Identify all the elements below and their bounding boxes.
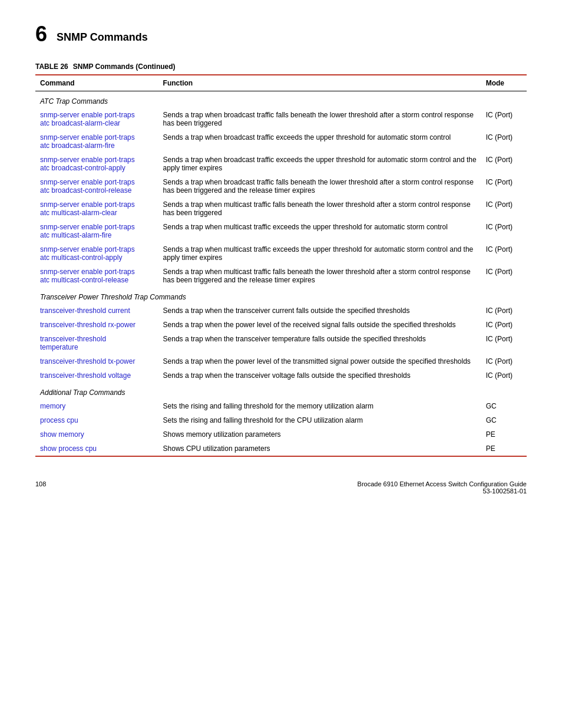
command-cell[interactable]: transceiver-threshold current — [35, 304, 158, 318]
table-row: transceiver-thresholdtemperatureSends a … — [35, 332, 527, 354]
col-header-command: Command — [35, 75, 158, 91]
function-cell: Sends a trap when broadcast traffic fall… — [158, 108, 481, 130]
mode-cell: IC (Port) — [481, 332, 527, 354]
table-title-row: TABLE 26 SNMP Commands (Continued) — [35, 62, 527, 71]
command-cell[interactable]: transceiver-thresholdtemperature — [35, 332, 158, 354]
table-row: transceiver-threshold tx-powerSends a tr… — [35, 354, 527, 368]
command-cell[interactable]: snmp-server enable port-trapsatc multica… — [35, 265, 158, 287]
col-header-function: Function — [158, 75, 481, 91]
command-cell[interactable]: show memory — [35, 427, 158, 442]
function-cell: Sets the rising and falling threshold fo… — [158, 399, 481, 413]
table-row: transceiver-threshold rx-powerSends a tr… — [35, 318, 527, 332]
doc-info: Brocade 6910 Ethernet Access Switch Conf… — [358, 480, 527, 495]
function-cell: Sends a trap when multicast traffic exce… — [158, 220, 481, 242]
command-cell[interactable]: snmp-server enable port-trapsatc broadca… — [35, 153, 158, 175]
command-link[interactable]: temperature — [40, 343, 78, 351]
command-cell[interactable]: snmp-server enable port-trapsatc multica… — [35, 242, 158, 265]
table-row: snmp-server enable port-trapsatc broadca… — [35, 153, 527, 175]
mode-cell: PE — [481, 442, 527, 456]
function-cell: Sends a trap when the power level of the… — [158, 318, 481, 332]
mode-cell: IC (Port) — [481, 354, 527, 368]
command-link[interactable]: snmp-server enable port-traps — [40, 200, 135, 209]
table-row: snmp-server enable port-trapsatc multica… — [35, 220, 527, 242]
command-link[interactable]: snmp-server enable port-traps — [40, 156, 135, 164]
command-link[interactable]: show process cpu — [40, 444, 97, 453]
command-link[interactable]: atc multicast-alarm-clear — [40, 209, 117, 217]
doc-title: Brocade 6910 Ethernet Access Switch Conf… — [358, 480, 527, 487]
command-link[interactable]: transceiver-threshold rx-power — [40, 321, 135, 329]
command-link[interactable]: snmp-server enable port-traps — [40, 133, 135, 141]
page-footer: 108 Brocade 6910 Ethernet Access Switch … — [35, 480, 527, 495]
command-cell[interactable]: memory — [35, 399, 158, 413]
table-row: snmp-server enable port-trapsatc multica… — [35, 242, 527, 265]
mode-cell: PE — [481, 427, 527, 442]
section-title: Additional Trap Commands — [35, 383, 527, 399]
command-link[interactable]: atc broadcast-control-release — [40, 186, 131, 195]
command-link[interactable]: snmp-server enable port-traps — [40, 245, 135, 253]
mode-cell: IC (Port) — [481, 265, 527, 287]
command-link[interactable]: transceiver-threshold — [40, 335, 106, 343]
command-cell[interactable]: transceiver-threshold rx-power — [35, 318, 158, 332]
section-title: ATC Trap Commands — [35, 91, 527, 108]
main-table: Command Function Mode ATC Trap Commandss… — [35, 74, 527, 457]
doc-num: 53-1002581-01 — [482, 487, 527, 495]
command-link[interactable]: atc multicast-alarm-fire — [40, 231, 111, 239]
table-row: transceiver-threshold currentSends a tra… — [35, 304, 527, 318]
command-link[interactable]: transceiver-threshold current — [40, 307, 130, 315]
command-cell[interactable]: show process cpu — [35, 442, 158, 456]
table-row: snmp-server enable port-trapsatc broadca… — [35, 108, 527, 130]
mode-cell: IC (Port) — [481, 130, 527, 153]
page-number: 108 — [35, 480, 46, 495]
command-link[interactable]: show memory — [40, 430, 84, 439]
section-header-row: Additional Trap Commands — [35, 383, 527, 399]
command-cell[interactable]: snmp-server enable port-trapsatc multica… — [35, 220, 158, 242]
table-row: snmp-server enable port-trapsatc broadca… — [35, 130, 527, 153]
command-link[interactable]: transceiver-threshold tx-power — [40, 357, 135, 365]
table-row: snmp-server enable port-trapsatc broadca… — [35, 175, 527, 197]
function-cell: Sends a trap when broadcast traffic exce… — [158, 153, 481, 175]
command-link[interactable]: atc broadcast-control-apply — [40, 164, 125, 172]
command-link[interactable]: process cpu — [40, 416, 78, 424]
mode-cell: IC (Port) — [481, 304, 527, 318]
function-cell: Sends a trap when broadcast traffic exce… — [158, 130, 481, 153]
section-header-row: ATC Trap Commands — [35, 91, 527, 108]
mode-cell: IC (Port) — [481, 175, 527, 197]
function-cell: Sends a trap when the power level of the… — [158, 354, 481, 368]
function-cell: Sends a trap when multicast traffic fall… — [158, 265, 481, 287]
mode-cell: IC (Port) — [481, 368, 527, 383]
section-title: Transceiver Power Threshold Trap Command… — [35, 287, 527, 304]
command-cell[interactable]: snmp-server enable port-trapsatc broadca… — [35, 108, 158, 130]
table-row: process cpuSets the rising and falling t… — [35, 413, 527, 427]
mode-cell: IC (Port) — [481, 197, 527, 220]
chapter-number: 6 — [35, 24, 47, 45]
function-cell: Sends a trap when broadcast traffic fall… — [158, 175, 481, 197]
mode-cell: IC (Port) — [481, 220, 527, 242]
command-cell[interactable]: snmp-server enable port-trapsatc broadca… — [35, 130, 158, 153]
col-header-mode: Mode — [481, 75, 527, 91]
command-link[interactable]: snmp-server enable port-traps — [40, 223, 135, 231]
command-link[interactable]: transceiver-threshold voltage — [40, 371, 131, 380]
command-link[interactable]: atc multicast-control-apply — [40, 253, 122, 262]
command-link[interactable]: atc broadcast-alarm-fire — [40, 141, 115, 150]
command-link[interactable]: snmp-server enable port-traps — [40, 268, 135, 276]
command-cell[interactable]: snmp-server enable port-trapsatc broadca… — [35, 175, 158, 197]
function-cell: Sends a trap when the transceiver temper… — [158, 332, 481, 354]
command-cell[interactable]: process cpu — [35, 413, 158, 427]
command-link[interactable]: atc broadcast-alarm-clear — [40, 119, 120, 127]
table-row: show process cpuShows CPU utilization pa… — [35, 442, 527, 456]
command-cell[interactable]: transceiver-threshold voltage — [35, 368, 158, 383]
table-header-row: Command Function Mode — [35, 75, 527, 91]
function-cell: Shows CPU utilization parameters — [158, 442, 481, 456]
command-link[interactable]: atc multicast-control-release — [40, 276, 128, 284]
command-cell[interactable]: snmp-server enable port-trapsatc multica… — [35, 197, 158, 220]
mode-cell: GC — [481, 413, 527, 427]
command-link[interactable]: memory — [40, 402, 65, 410]
mode-cell: IC (Port) — [481, 242, 527, 265]
chapter-title: SNMP Commands — [57, 25, 148, 44]
table-row: show memoryShows memory utilization para… — [35, 427, 527, 442]
command-link[interactable]: snmp-server enable port-traps — [40, 178, 135, 186]
command-cell[interactable]: transceiver-threshold tx-power — [35, 354, 158, 368]
command-link[interactable]: snmp-server enable port-traps — [40, 111, 135, 119]
function-cell: Sends a trap when the transceiver voltag… — [158, 368, 481, 383]
function-cell: Sets the rising and falling threshold fo… — [158, 413, 481, 427]
